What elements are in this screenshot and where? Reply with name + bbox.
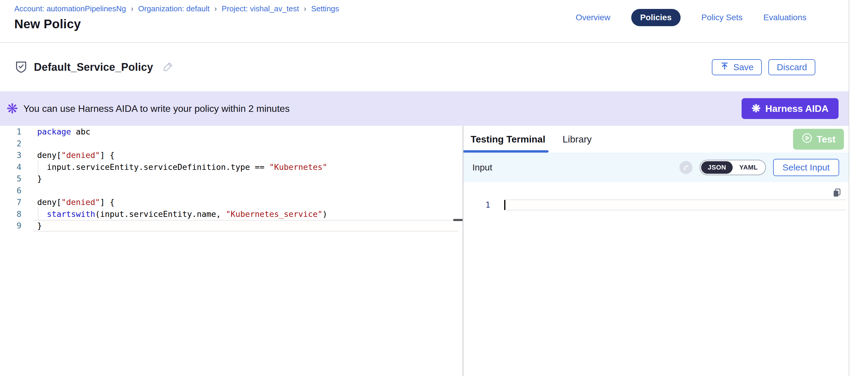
active-tab-underline [463,150,549,153]
code-line-7[interactable]: 7deny["denied"] { [0,196,463,208]
page-header: Account: automationPipelinesNg›Organizat… [0,0,849,43]
code-line-text: startswith(input.serviceEntity.name, "Ku… [37,210,327,219]
code-token: input.serviceEntity.serviceDefinition.ty… [37,162,269,171]
input-tools: JSONYAML Select Input [679,159,839,176]
module-tabs: OverviewPoliciesPolicy SetsEvaluations [576,9,806,26]
code-line-5[interactable]: 5} [0,173,463,185]
policy-shield-icon [14,60,28,75]
code-token: deny[ [37,151,61,160]
format-option-yaml[interactable]: YAML [733,161,764,174]
aida-flower-icon: ❋ [6,102,18,116]
code-token: "Kubernetes" [269,162,327,171]
header-left: Account: automationPipelinesNg›Organizat… [14,0,339,42]
code-line-text: deny["denied"] { [37,197,115,207]
aida-banner-message: You can use Harness AIDA to write your p… [24,103,290,114]
code-token: package [37,127,71,136]
line-number: 6 [0,186,22,195]
line-number: 3 [0,151,22,160]
code-line-1[interactable]: 1package abc [0,126,463,138]
policy-code-editor[interactable]: 1package abc23deny["denied"] {4 input.se… [0,126,463,376]
git-branch-icon [679,161,692,174]
tab-policies[interactable]: Policies [631,9,681,26]
select-input-label: Select Input [783,162,830,172]
workspace: 1package abc23deny["denied"] {4 input.se… [0,126,849,376]
breadcrumb: Account: automationPipelinesNg›Organizat… [14,4,339,13]
code-token: startswith [47,210,95,219]
code-token: "Kubernetes_service" [226,210,322,219]
code-line-6[interactable]: 6 [0,185,463,197]
input-active-line-number: 1 [463,199,490,211]
test-button[interactable]: Test [793,129,844,150]
edit-policy-name-icon[interactable] [162,61,174,74]
format-toggle: JSONYAML [700,160,766,175]
code-token [37,210,47,219]
code-line-text: } [37,174,42,183]
breadcrumb-separator: › [131,4,133,13]
breadcrumb-link-organization[interactable]: Organization: default [138,4,209,13]
aida-button-flower-icon: ❋ [752,103,761,114]
testing-terminal-panel: Testing TerminalLibrary Test Input [463,126,849,376]
tab-evaluations[interactable]: Evaluations [763,13,806,22]
play-icon [801,132,813,146]
input-header: Input JSONYAML Select Input [463,153,849,182]
breadcrumb-link-account[interactable]: Account: automationPipelinesNg [14,4,126,13]
new-policy-page: Account: automationPipelinesNg›Organizat… [0,0,868,376]
code-line-8[interactable]: 8 startswith(input.serviceEntity.name, "… [0,208,463,220]
breadcrumb-link-project[interactable]: Project: vishal_av_test [222,4,299,13]
code-token: ) [322,210,327,219]
code-line-4[interactable]: 4 input.serviceEntity.serviceDefinition.… [0,161,463,173]
aida-banner: ❋ You can use Harness AIDA to write your… [0,91,849,126]
page-title: New Policy [14,17,339,31]
input-label: Input [472,162,492,173]
line-number: 2 [0,139,22,148]
code-line-text: package abc [37,127,90,136]
code-token: deny[ [37,197,61,207]
input-text-cursor [504,200,505,210]
input-editor[interactable]: 1 [463,182,849,376]
code-token: } [37,174,42,183]
copy-icon[interactable] [832,187,842,199]
harness-aida-button[interactable]: ❋ Harness AIDA [742,98,839,119]
line-number: 1 [0,127,22,136]
breadcrumb-separator: › [214,4,217,13]
code-token: ] { [100,197,115,207]
line-number: 5 [0,174,22,183]
save-button[interactable]: Save [712,59,762,75]
code-token: abc [71,127,90,136]
main-content: Account: automationPipelinesNg›Organizat… [0,0,849,376]
discard-button-label: Discard [777,62,807,72]
current-line-highlight [33,220,458,232]
save-button-label: Save [733,62,753,72]
format-option-json[interactable]: JSON [701,161,733,174]
overview-ruler-cursor-marker [453,219,463,221]
line-number: 4 [0,162,22,171]
test-button-label: Test [817,134,836,145]
input-current-line-highlight [506,199,846,211]
policy-toolbar: Default_Service_Policy Save Discard [0,43,849,91]
tab-testing-terminal[interactable]: Testing Terminal [471,134,545,145]
breadcrumb-link-settings[interactable]: Settings [311,4,339,13]
code-line-2[interactable]: 2 [0,138,463,150]
indent-guide [38,160,38,174]
tab-library[interactable]: Library [562,134,592,145]
code-line-9[interactable]: 9} [0,220,463,232]
aida-button-label: Harness AIDA [765,103,829,114]
code-token: "denied" [61,151,100,160]
indent-guide [38,207,38,221]
code-line-text: input.serviceEntity.serviceDefinition.ty… [37,162,327,171]
terminal-tabs-row: Testing TerminalLibrary Test [463,126,849,153]
code-lines: 1package abc23deny["denied"] {4 input.se… [0,126,463,232]
line-number: 7 [0,197,22,207]
tab-policy-sets[interactable]: Policy Sets [702,13,743,22]
breadcrumb-separator: › [304,4,306,13]
code-token: (input.serviceEntity.name, [95,210,226,219]
select-input-button[interactable]: Select Input [773,159,839,176]
code-line-text: deny["denied"] { [37,151,115,160]
line-number: 9 [0,221,22,230]
tab-overview[interactable]: Overview [576,13,610,22]
terminal-tabs: Testing TerminalLibrary [471,134,609,145]
code-line-3[interactable]: 3deny["denied"] { [0,149,463,161]
discard-button[interactable]: Discard [768,59,815,75]
right-rail [849,0,868,376]
code-token: ] { [100,151,115,160]
